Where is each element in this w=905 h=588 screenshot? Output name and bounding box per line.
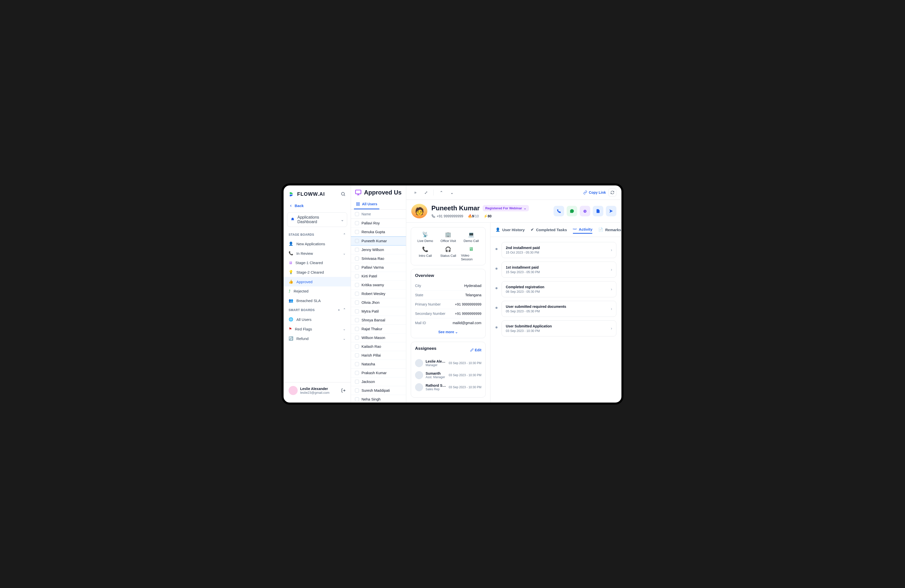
- svg-point-0: [341, 192, 345, 195]
- whatsapp-button[interactable]: [567, 206, 577, 216]
- reminder-button[interactable]: [580, 206, 590, 216]
- see-more-button[interactable]: See more ⌄: [415, 327, 481, 334]
- user-row[interactable]: Harish Pillai: [351, 351, 406, 360]
- send-button[interactable]: [606, 206, 616, 216]
- sidebar-item-refund[interactable]: 🔄Refund⌄: [284, 334, 351, 343]
- sidebar-item-new-applications[interactable]: 👤New Applications: [284, 239, 351, 249]
- smart-boards-header[interactable]: SMART BOARDS ＋ ⌃: [284, 305, 351, 315]
- row-checkbox[interactable]: [355, 221, 359, 225]
- copy-link-button[interactable]: Copy Link: [583, 190, 606, 195]
- user-row[interactable]: Puneeth Kumar: [351, 236, 406, 246]
- quick-action-office-visit[interactable]: 🏢Office Visit: [438, 231, 458, 243]
- row-checkbox[interactable]: [355, 239, 359, 243]
- search-icon[interactable]: [341, 192, 346, 197]
- row-checkbox[interactable]: [355, 353, 359, 357]
- row-checkbox[interactable]: [355, 301, 359, 304]
- sidebar-item-stage-2-cleared[interactable]: 💡Stage-2 Cleared: [284, 267, 351, 277]
- next-icon[interactable]: ⌄: [448, 189, 456, 197]
- quick-action-status-call[interactable]: 🎧Status Call: [438, 246, 458, 261]
- timeline-card[interactable]: Completed registration08 Sep 2023 - 05:3…: [502, 281, 616, 297]
- timeline-card[interactable]: User submitted required documents05 Sep …: [502, 301, 616, 317]
- prev-icon[interactable]: ⌃: [437, 189, 445, 197]
- user-row[interactable]: Robert Wesley: [351, 290, 406, 298]
- sidebar-item-breached-sla[interactable]: 👥Breached SLA: [284, 296, 351, 305]
- user-name: Kirti Patel: [362, 274, 377, 278]
- app-frame: FLOWW.AI Back Applications Dashboard ⌄ S…: [281, 184, 624, 404]
- tab-icon: ✔: [531, 227, 534, 232]
- stage-boards-header[interactable]: STAGE BOARDS ⌃: [284, 230, 351, 239]
- row-checkbox[interactable]: [355, 318, 359, 322]
- dashboard-selector[interactable]: Applications Dashboard ⌄: [287, 212, 347, 227]
- quick-action-demo-call[interactable]: 💻Demo Call: [461, 231, 481, 243]
- user-row[interactable]: Suresh Maddipati: [351, 386, 406, 395]
- user-row[interactable]: Willson Mason: [351, 333, 406, 342]
- row-checkbox[interactable]: [355, 274, 359, 278]
- user-row[interactable]: Kritika swamy: [351, 281, 406, 290]
- tab-activity[interactable]: 〰Activity: [573, 226, 592, 234]
- user-row[interactable]: Kailash Rao: [351, 342, 406, 351]
- edit-assignees-button[interactable]: Edit: [470, 348, 481, 352]
- sidebar-item-red-flags[interactable]: ⚑Red Flags⌄: [284, 324, 351, 334]
- tab-icon: 👤: [495, 227, 500, 232]
- user-row[interactable]: Prakash Kumar: [351, 369, 406, 377]
- row-checkbox[interactable]: [355, 248, 359, 252]
- user-row[interactable]: Neha Singh: [351, 395, 406, 403]
- tab-completed-tasks[interactable]: ✔Completed Tasks: [531, 226, 567, 234]
- sidebar-item-approved[interactable]: 👍Approved: [284, 277, 351, 287]
- row-checkbox[interactable]: [355, 344, 359, 349]
- phone-text: +91 9999999999: [437, 214, 463, 218]
- quick-action-video-session[interactable]: 🖥Video Session: [461, 246, 481, 261]
- call-button[interactable]: [554, 206, 564, 216]
- user-row[interactable]: Jackson: [351, 377, 406, 386]
- expand-icon[interactable]: ⤢: [422, 189, 430, 197]
- tab-user-history[interactable]: 👤User History: [495, 226, 525, 234]
- row-checkbox[interactable]: [355, 371, 359, 375]
- sidebar-item-rejected[interactable]: ⤴Rejected: [284, 287, 351, 296]
- lead-name: Puneeth Kumar: [431, 204, 479, 212]
- user-row[interactable]: Pallavi Varma: [351, 263, 406, 272]
- user-row[interactable]: Kirti Patel: [351, 272, 406, 281]
- quick-action-live-demo[interactable]: 📡Live Demo: [415, 231, 435, 243]
- logout-icon[interactable]: [341, 388, 346, 393]
- row-checkbox[interactable]: [355, 380, 359, 384]
- tab-remarks[interactable]: 📄Remarks: [598, 226, 621, 234]
- user-name: Shreya Bansal: [362, 318, 385, 322]
- row-checkbox[interactable]: [355, 336, 359, 340]
- tab-all-users[interactable]: All Users: [354, 200, 379, 209]
- row-checkbox[interactable]: [355, 397, 359, 401]
- user-row[interactable]: Shreya Bansal: [351, 316, 406, 325]
- refresh-icon[interactable]: [608, 189, 616, 197]
- row-checkbox[interactable]: [355, 230, 359, 234]
- plus-icon[interactable]: ＋: [337, 308, 341, 312]
- select-all-checkbox[interactable]: [355, 212, 359, 216]
- collapse-icon[interactable]: »: [411, 189, 419, 197]
- user-row[interactable]: Natasha: [351, 360, 406, 369]
- document-button[interactable]: [593, 206, 603, 216]
- row-checkbox[interactable]: [355, 257, 359, 261]
- sidebar-item-stage-1-cleared[interactable]: 🖥Stage-1 Cleared: [284, 258, 351, 267]
- user-row[interactable]: Pallavi Roy: [351, 219, 406, 228]
- nav-icon: 🌐: [289, 317, 294, 322]
- user-row[interactable]: Srinivasa Rao: [351, 254, 406, 263]
- row-checkbox[interactable]: [355, 283, 359, 287]
- row-checkbox[interactable]: [355, 309, 359, 313]
- user-row[interactable]: Renuka Gupta: [351, 228, 406, 236]
- row-checkbox[interactable]: [355, 362, 359, 366]
- user-name: Pallavi Roy: [362, 221, 380, 225]
- user-row[interactable]: Rajat Thakur: [351, 325, 406, 333]
- status-badge[interactable]: Registered For Webinar ⌄: [483, 205, 529, 211]
- timeline-card[interactable]: User Submitted Application03 Sep 2023 - …: [502, 320, 616, 336]
- row-checkbox[interactable]: [355, 292, 359, 296]
- user-row[interactable]: Olivia Jhon: [351, 298, 406, 307]
- sidebar-item-all-users[interactable]: 🌐All Users: [284, 315, 351, 324]
- user-row[interactable]: Mytra Patil: [351, 307, 406, 316]
- back-link[interactable]: Back: [284, 201, 351, 211]
- timeline-card[interactable]: 2nd installment paid15 Oct 2023 - 05:30 …: [502, 242, 616, 258]
- user-row[interactable]: Jenny Willson: [351, 246, 406, 254]
- row-checkbox[interactable]: [355, 265, 359, 269]
- timeline-card[interactable]: 1st installment paid15 Sep 2023 - 05:30 …: [502, 262, 616, 278]
- quick-action-intro-call[interactable]: 📞Intro Call: [415, 246, 435, 261]
- row-checkbox[interactable]: [355, 388, 359, 393]
- row-checkbox[interactable]: [355, 327, 359, 331]
- sidebar-item-in-review[interactable]: 📞In Review⌄: [284, 249, 351, 258]
